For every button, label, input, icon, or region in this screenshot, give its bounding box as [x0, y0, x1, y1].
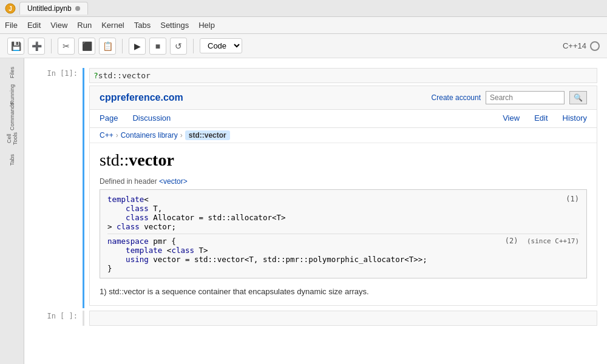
sidebar-item-files[interactable]: Files [2, 63, 22, 83]
code-row-1: template< class T, class Allocator = std… [107, 195, 579, 231]
notebook: In [1]: ?std::vector cppreference.com Cr… [24, 58, 607, 364]
desc-text: std::vector is a sequence container that… [109, 287, 369, 296]
save-button[interactable]: 💾 [7, 38, 24, 55]
cell-type-select[interactable]: Code [200, 38, 242, 53]
desc-num: 1) [100, 287, 109, 296]
defined-in-header: Defined in header <vector> [100, 177, 587, 186]
stop-button[interactable]: ■ [149, 38, 166, 55]
kw-class-3: class [117, 222, 140, 231]
code-block-1: template< class T, class Allocator = std… [107, 195, 556, 231]
sidebar-files-label: Files [9, 64, 15, 81]
code-block-2: namespace pmr { template <class T> using… [107, 237, 495, 273]
sidebar-item-cell-tools[interactable]: Cell Tools [2, 129, 22, 148]
menu-run[interactable]: Run [77, 21, 92, 30]
toolbar-separator-1 [51, 39, 52, 53]
breadcrumb-cpp[interactable]: C++ [100, 131, 114, 140]
cell-2-prompt: In [ ]: [34, 311, 83, 326]
sidebar-item-tabs[interactable]: Tabs [2, 150, 22, 170]
sidebar-item-commands[interactable]: Commands [2, 107, 22, 126]
cell-2: In [ ]: [34, 311, 597, 326]
toolbar-separator-3 [193, 39, 194, 53]
restart-button[interactable]: ↺ [170, 38, 187, 55]
cell-2-content[interactable] [83, 311, 597, 326]
nav-tab-discussion[interactable]: Discussion [125, 110, 178, 127]
cppref-search-button[interactable]: 🔍 [569, 91, 587, 104]
left-sidebar: Files Running Commands Cell Tools Tabs [0, 58, 24, 364]
menu-tabs[interactable]: Tabs [134, 21, 151, 30]
nav-tab-page[interactable]: Page [92, 110, 125, 127]
code-line-6: template <class T> [107, 246, 495, 255]
paste-button[interactable]: 📋 [99, 38, 116, 55]
cell-1-prompt: In [1]: [34, 68, 83, 308]
cppref-search-input[interactable] [486, 91, 565, 104]
titlebar: J Untitled.ipynb [0, 0, 607, 17]
title-vector: vector [129, 150, 174, 169]
kw-class-1: class [126, 204, 149, 213]
notebook-tab-label: Untitled.ipynb [27, 4, 72, 13]
cell-1-code: std::vector [98, 71, 151, 80]
cppref-content: std::vector Defined in header <vector> [90, 143, 597, 305]
code-line-4: > class vector; [107, 222, 556, 231]
kw-template: template [107, 195, 144, 204]
code-line-5: namespace pmr { [107, 237, 495, 246]
code-line-8: } [107, 264, 495, 273]
menu-edit[interactable]: Edit [27, 21, 41, 30]
sidebar-commands-label: Commands [9, 100, 15, 133]
cell-1: In [1]: ?std::vector cppreference.com Cr… [34, 68, 597, 308]
cppref-description: 1) std::vector is a sequence container t… [100, 286, 587, 298]
create-account-link[interactable]: Create account [432, 93, 481, 102]
code-line-1: template< [107, 195, 556, 204]
kernel-status-circle [590, 41, 600, 51]
menu-settings[interactable]: Settings [160, 21, 189, 30]
cell-1-output: cppreference.com Create account 🔍 Page [89, 83, 597, 308]
cppref-nav-right: View Edit History [495, 110, 594, 127]
main-area: Files Running Commands Cell Tools Tabs I… [0, 58, 607, 364]
kw-class-4: class [171, 246, 194, 255]
cppref-nav-left: Page Discussion [92, 110, 178, 127]
code-line-3: class Allocator = std::allocator<T> [107, 213, 556, 222]
cut-button[interactable]: ✂ [58, 38, 75, 55]
cell-1-query-mark: ? [93, 71, 98, 80]
notebook-tab[interactable]: Untitled.ipynb [19, 2, 88, 15]
menu-file[interactable]: File [5, 21, 18, 30]
cell-1-content: ?std::vector cppreference.com Create acc… [83, 68, 597, 308]
nav-tab-history[interactable]: History [555, 110, 594, 127]
menu-help[interactable]: Help [198, 21, 215, 30]
breadcrumb-vector: std::vector [185, 130, 230, 140]
code-box: template< class T, class Allocator = std… [100, 189, 587, 278]
copy-button[interactable]: ⬛ [78, 38, 95, 55]
toolbar: 💾 ➕ ✂ ⬛ 📋 ▶ ■ ↺ Code C++14 [0, 34, 607, 58]
defined-in-text: Defined in header [100, 177, 157, 186]
breadcrumb-containers[interactable]: Containers library [121, 131, 178, 140]
cppref-logo: cppreference.com [100, 92, 183, 103]
nav-tab-view[interactable]: View [495, 110, 527, 127]
cppref-header: cppreference.com Create account 🔍 [90, 86, 597, 110]
toolbar-separator-2 [122, 39, 123, 53]
kw-template-2: template [126, 246, 162, 255]
add-cell-button[interactable]: ➕ [28, 38, 45, 55]
cppref-nav: Page Discussion View Edit History [90, 110, 597, 128]
header-link[interactable]: <vector> [159, 177, 188, 186]
breadcrumb-sep-1: › [116, 131, 118, 140]
code-row-2: namespace pmr { template <class T> using… [107, 237, 579, 273]
code-line-7: using vector = std::vector<T, std::pmr::… [107, 255, 495, 264]
kernel-indicator: C++14 [563, 41, 600, 51]
cppref-container: cppreference.com Create account 🔍 Page [89, 86, 597, 306]
title-std: std:: [100, 150, 129, 169]
kw-using: using [126, 255, 149, 264]
kw-class-2: class [126, 213, 149, 222]
run-button[interactable]: ▶ [129, 38, 146, 55]
menu-kernel[interactable]: Kernel [101, 21, 124, 30]
cppref-page-title: std::vector [100, 150, 587, 170]
nav-tab-edit[interactable]: Edit [527, 110, 555, 127]
cell-1-input[interactable]: ?std::vector [89, 68, 597, 83]
breadcrumb-sep-2: › [180, 131, 183, 140]
sidebar-celltools-label: Cell Tools [6, 129, 18, 148]
code-line-2: class T, [107, 204, 556, 213]
sidebar-tabs-label: Tabs [9, 152, 15, 168]
kw-namespace: namespace [107, 237, 149, 246]
menu-view[interactable]: View [50, 21, 67, 30]
cell-2-input[interactable] [89, 311, 597, 326]
menubar: File Edit View Run Kernel Tabs Settings … [0, 17, 607, 34]
unsaved-indicator [75, 6, 80, 11]
